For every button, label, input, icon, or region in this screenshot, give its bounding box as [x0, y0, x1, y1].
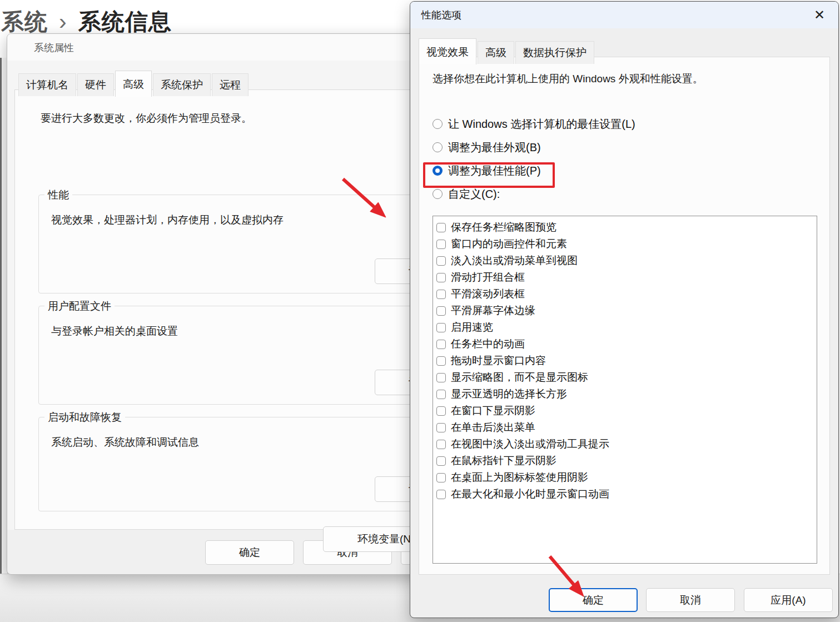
checkbox-option[interactable]: 在最大化和最小化时显示窗口动画	[436, 486, 817, 502]
system-properties-titlebar[interactable]: 系统属性	[7, 34, 469, 61]
checkbox-option[interactable]: 窗口内的动画控件和元素	[436, 236, 817, 252]
breadcrumb: 系统›系统信息	[1, 7, 172, 37]
system-properties-dialog: 系统属性 计算机名 硬件 高级 系统保护 远程 要进行大多数更改，你必须作为管理…	[7, 33, 469, 575]
checkbox-unchecked-icon	[436, 373, 446, 382]
checkbox-option[interactable]: 平滑屏幕字体边缘	[436, 302, 817, 319]
checkbox-unchecked-icon	[436, 323, 446, 332]
dialog-title: 性能选项	[421, 8, 461, 22]
checkbox-label: 在窗口下显示阴影	[451, 404, 535, 418]
checkbox-label: 平滑滚动列表框	[451, 287, 525, 301]
tab[interactable]: 系统保护	[153, 73, 211, 96]
group-description: 系统启动、系统故障和调试信息	[51, 435, 199, 450]
checkbox-unchecked-icon	[436, 356, 446, 366]
group-box: 性能 视觉效果，处理器计划，内存使用，以及虚拟内存 设置	[38, 195, 441, 293]
checkbox-option[interactable]: 显示亚透明的选择长方形	[436, 386, 817, 402]
radio-label: 调整为最佳外观(B)	[448, 140, 541, 155]
tab[interactable]: 高级	[478, 41, 514, 64]
checkbox-unchecked-icon	[436, 423, 446, 432]
checkbox-option[interactable]: 任务栏中的动画	[436, 336, 817, 352]
checkbox-unchecked-icon	[436, 223, 446, 232]
radio-label: 调整为最佳性能(P)	[448, 163, 541, 178]
radio-icon	[433, 119, 443, 129]
group-title: 用户配置文件	[44, 299, 115, 314]
checkbox-option[interactable]: 在鼠标指针下显示阴影	[436, 452, 817, 469]
checkbox-label: 平滑屏幕字体边缘	[451, 303, 535, 318]
checkbox-label: 窗口内的动画控件和元素	[451, 237, 567, 251]
checkbox-option[interactable]: 拖动时显示窗口内容	[436, 352, 817, 369]
advanced-tab-page: 要进行大多数更改，你必须作为管理员登录。 性能 视觉效果，处理器计划，内存使用，…	[14, 89, 462, 530]
performance-options-titlebar[interactable]: 性能选项 ✕	[410, 2, 838, 28]
checkbox-option[interactable]: 淡入淡出或滑动菜单到视图	[436, 252, 817, 269]
performance-options-tabbar: 视觉效果 高级 数据执行保护	[419, 38, 595, 64]
radio-icon	[433, 166, 443, 176]
breadcrumb-parent[interactable]: 系统	[1, 9, 48, 34]
tab[interactable]: 计算机名	[18, 73, 76, 96]
breadcrumb-separator-icon: ›	[59, 9, 67, 34]
checkbox-label: 启用速览	[451, 320, 493, 335]
cancel-button[interactable]: 取消	[646, 588, 735, 612]
checkbox-unchecked-icon	[436, 306, 446, 316]
checkbox-unchecked-icon	[436, 456, 446, 466]
page-title: 系统信息	[78, 9, 172, 34]
checkbox-option[interactable]: 显示缩略图，而不是显示图标	[436, 369, 817, 386]
advanced-groups: 性能 视觉效果，处理器计划，内存使用，以及虚拟内存 设置 用户配置文件 与登录帐…	[15, 90, 461, 529]
visual-effects-listbox[interactable]: 保存任务栏缩略图预览 窗口内的动画控件和元素 淡入淡出或滑动菜单到视图 滑动打开…	[433, 216, 817, 564]
tab[interactable]: 远程	[212, 73, 248, 96]
radio-option[interactable]: 调整为最佳性能(P)	[433, 164, 635, 177]
checkbox-label: 拖动时显示窗口内容	[451, 354, 546, 368]
checkbox-label: 显示亚透明的选择长方形	[451, 387, 567, 401]
tab[interactable]: 硬件	[77, 73, 114, 96]
group-description: 与登录帐户相关的桌面设置	[51, 324, 178, 339]
checkbox-unchecked-icon	[436, 490, 446, 499]
radio-option[interactable]: 调整为最佳外观(B)	[433, 141, 635, 154]
checkbox-label: 在单击后淡出菜单	[451, 420, 535, 435]
checkbox-unchecked-icon	[436, 440, 446, 449]
radio-label: 让 Windows 选择计算机的最佳设置(L)	[448, 117, 635, 132]
ok-button[interactable]: 确定	[205, 540, 294, 565]
checkbox-unchecked-icon	[436, 390, 446, 399]
apply-button[interactable]: 应用(A)	[744, 588, 833, 612]
checkbox-unchecked-icon	[436, 240, 446, 249]
radio-icon	[433, 189, 443, 199]
checkbox-label: 在鼠标指针下显示阴影	[451, 454, 556, 468]
tab[interactable]: 视觉效果	[419, 38, 476, 64]
checkbox-option[interactable]: 在单击后淡出菜单	[436, 419, 817, 436]
checkbox-option[interactable]: 平滑滚动列表框	[436, 286, 817, 302]
checkbox-option[interactable]: 在桌面上为图标标签使用阴影	[436, 469, 817, 486]
checkbox-label: 显示缩略图，而不是显示图标	[451, 370, 588, 385]
checkbox-label: 保存任务栏缩略图预览	[451, 220, 556, 235]
checkbox-unchecked-icon	[436, 273, 446, 282]
radio-option[interactable]: 让 Windows 选择计算机的最佳设置(L)	[433, 117, 635, 131]
radio-option[interactable]: 自定义(C):	[433, 187, 635, 201]
performance-options-dialog: 性能选项 ✕ 视觉效果 高级 数据执行保护 选择你想在此计算机上使用的 Wind…	[410, 1, 839, 618]
checkbox-label: 在最大化和最小化时显示窗口动画	[451, 487, 609, 501]
visual-effects-radio-group: 让 Windows 选择计算机的最佳设置(L) 调整为最佳外观(B) 调整为最佳…	[433, 117, 635, 211]
dialog-title: 系统属性	[34, 41, 74, 54]
checkbox-option[interactable]: 启用速览	[436, 319, 817, 336]
group-title: 性能	[44, 188, 72, 202]
screen-edge-divider	[0, 58, 2, 574]
checkbox-option[interactable]: 在视图中淡入淡出或滑动工具提示	[436, 436, 817, 452]
checkbox-option[interactable]: 保存任务栏缩略图预览	[436, 219, 817, 236]
checkbox-label: 在桌面上为图标标签使用阴影	[451, 470, 588, 485]
group-title: 启动和故障恢复	[44, 410, 125, 425]
checkbox-label: 滑动打开组合框	[451, 270, 525, 285]
close-icon[interactable]: ✕	[809, 5, 829, 25]
radio-label: 自定义(C):	[448, 187, 500, 202]
checkbox-label: 任务栏中的动画	[451, 337, 525, 351]
checkbox-option[interactable]: 在窗口下显示阴影	[436, 402, 817, 419]
checkbox-unchecked-icon	[436, 340, 446, 349]
visual-effects-tab-page: 选择你想在此计算机上使用的 Windows 外观和性能设置。 让 Windows…	[419, 57, 830, 575]
ok-button[interactable]: 确定	[549, 588, 638, 612]
checkbox-unchecked-icon	[436, 256, 446, 266]
radio-icon	[433, 142, 443, 152]
checkbox-option[interactable]: 滑动打开组合框	[436, 269, 817, 286]
group-box: 用户配置文件 与登录帐户相关的桌面设置 设置	[38, 306, 441, 405]
checkbox-unchecked-icon	[436, 290, 446, 299]
checkbox-unchecked-icon	[436, 406, 446, 416]
tab[interactable]: 高级	[115, 71, 152, 97]
system-properties-tabbar: 计算机名 硬件 高级 系统保护 远程	[18, 71, 250, 96]
tab[interactable]: 数据执行保护	[515, 41, 594, 64]
checkbox-label: 淡入淡出或滑动菜单到视图	[451, 253, 578, 268]
group-description: 视觉效果，处理器计划，内存使用，以及虚拟内存	[51, 213, 284, 227]
